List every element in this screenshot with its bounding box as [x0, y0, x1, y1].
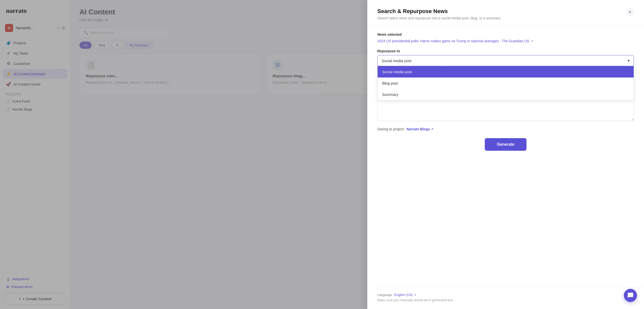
modal-header: Search & Repurpose News Search latest ne…	[367, 0, 644, 25]
language-value: English (US)	[394, 293, 413, 297]
repurpose-to-group: Repurpose to Social media post ▾ Social …	[377, 49, 634, 66]
chat-button[interactable]	[624, 289, 637, 302]
news-article-link[interactable]: 2024 US presidential polls: Harris makes…	[377, 39, 634, 43]
modal-subtitle: Search latest news and repurpose into a …	[377, 16, 501, 20]
modal-close-button[interactable]: ×	[626, 8, 634, 16]
external-link-icon-2: ↗	[431, 128, 433, 131]
modal-title: Search & Repurpose News	[377, 8, 501, 15]
external-link-icon: ↗	[531, 39, 533, 43]
saving-project-name: Narrato Blogs	[407, 127, 430, 131]
disclaimer-text: Make sure you manually review all AI gen…	[377, 298, 634, 302]
dropdown-option-summary[interactable]: Summary	[378, 89, 634, 100]
repurpose-select-wrapper: Social media post ▾ Social media post Bl…	[377, 55, 634, 66]
modal-search-repurpose: Search & Repurpose News Search latest ne…	[367, 0, 644, 309]
news-article-text: 2024 US presidential polls: Harris makes…	[377, 39, 529, 43]
dropdown-option-blog[interactable]: Blog post	[378, 78, 634, 89]
chevron-down-icon: ▾	[628, 58, 630, 63]
repurpose-dropdown: Social media post Blog post Summary	[377, 66, 634, 100]
language-row: Language: English (US) ✎	[377, 293, 634, 297]
dropdown-option-social[interactable]: Social media post	[378, 66, 634, 78]
repurpose-selected-value: Social media post	[382, 59, 411, 63]
chat-icon	[627, 292, 634, 299]
language-link[interactable]: English (US) ✎	[394, 293, 416, 297]
language-label: Language:	[377, 293, 393, 297]
generate-button[interactable]: Generate	[485, 138, 526, 151]
saving-label: Saving to project:	[377, 127, 405, 131]
repurpose-to-label: Repurpose to	[377, 49, 634, 53]
saving-project-link[interactable]: Narrato Blogs ↗	[407, 127, 433, 131]
saving-row: Saving to project: Narrato Blogs ↗	[377, 127, 634, 131]
modal-body: News selected 2024 US presidential polls…	[367, 25, 644, 288]
modal-footer: Language: English (US) ✎ Make sure you m…	[367, 288, 644, 309]
news-selected-label: News selected	[377, 32, 634, 36]
repurpose-to-select[interactable]: Social media post ▾	[377, 55, 634, 66]
edit-language-icon: ✎	[414, 293, 416, 296]
modal-title-area: Search & Repurpose News Search latest ne…	[377, 8, 501, 20]
